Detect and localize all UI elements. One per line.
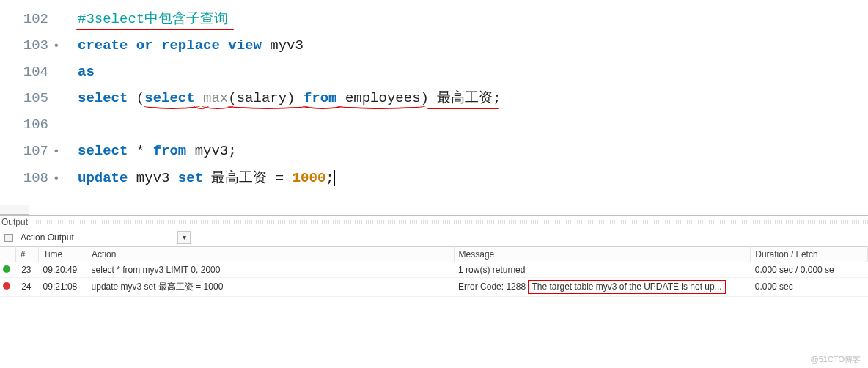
code-line[interactable]: 106	[0, 111, 868, 138]
watermark: @51CTO博客	[811, 354, 861, 365]
code-content[interactable]: select (select max(salary) from employee…	[66, 85, 501, 111]
code-line[interactable]: 105select (select max(salary) from emplo…	[0, 85, 868, 111]
error-highlight-box: The target table myv3 of the UPDATE is n…	[528, 280, 725, 294]
code-content[interactable]: update myv3 set 最高工资 = 1000;	[66, 165, 335, 191]
row-message: 1 row(s) returned	[454, 262, 751, 277]
row-time: 09:21:08	[39, 277, 87, 296]
line-number: 108	[0, 165, 53, 191]
code-content[interactable]: as	[66, 59, 95, 85]
status-ok-icon	[3, 265, 10, 273]
statement-marker-icon: •	[53, 141, 66, 163]
statement-marker-icon: •	[53, 35, 66, 57]
output-pane-icon	[3, 232, 15, 243]
code-content[interactable]: create or replace view myv3	[66, 32, 304, 59]
code-content[interactable]: #3select中包含子查询	[66, 6, 228, 32]
row-message: Error Code: 1288 The target table myv3 o…	[454, 277, 751, 296]
col-duration-header: Duration / Fetch	[751, 246, 868, 262]
panel-drag-handle[interactable]	[0, 205, 29, 215]
col-message-header: Message	[454, 246, 751, 262]
table-row[interactable]: 2309:20:49select * from myv3 LIMIT 0, 20…	[0, 262, 868, 277]
row-time: 09:20:49	[39, 262, 87, 277]
code-editor[interactable]: 102#3select中包含子查询103•create or replace v…	[0, 0, 868, 191]
output-mode-label: Action Output	[19, 232, 173, 243]
code-line[interactable]: 108•update myv3 set 最高工资 = 1000;	[0, 165, 868, 191]
output-grid[interactable]: # Time Action Message Duration / Fetch 2…	[0, 246, 868, 297]
output-toolbar: Action Output ▾	[0, 229, 868, 246]
statement-marker-icon: •	[53, 168, 66, 190]
line-number: 107	[0, 138, 53, 164]
row-action: select * from myv3 LIMIT 0, 2000	[87, 262, 455, 277]
output-panel-title: Output	[0, 216, 868, 229]
code-line[interactable]: 104as	[0, 59, 868, 85]
line-number: 103	[0, 32, 53, 59]
code-line[interactable]: 103•create or replace view myv3	[0, 32, 868, 59]
output-grid-header: # Time Action Message Duration / Fetch	[0, 246, 868, 262]
table-row[interactable]: 2409:21:08update myv3 set 最高工资 = 1000Err…	[0, 277, 868, 296]
col-status-header	[0, 246, 15, 262]
line-number: 102	[0, 6, 53, 32]
status-error-icon	[3, 282, 10, 290]
text-cursor	[334, 170, 335, 186]
row-action: update myv3 set 最高工资 = 1000	[87, 277, 455, 296]
row-duration: 0.000 sec / 0.000 se	[751, 262, 868, 277]
row-duration: 0.000 sec	[751, 277, 868, 296]
col-index-header: #	[15, 246, 38, 262]
code-content[interactable]: select * from myv3;	[66, 138, 237, 164]
row-index: 24	[15, 277, 38, 296]
code-line[interactable]: 107•select * from myv3;	[0, 138, 868, 164]
output-mode-dropdown[interactable]: ▾	[177, 231, 191, 244]
line-number: 106	[0, 111, 53, 138]
row-index: 23	[15, 262, 38, 277]
col-time-header: Time	[39, 246, 87, 262]
output-panel: Output Action Output ▾ # Time Action Mes…	[0, 215, 868, 297]
line-number: 104	[0, 59, 53, 85]
code-line[interactable]: 102#3select中包含子查询	[0, 6, 868, 32]
line-number: 105	[0, 85, 53, 111]
col-action-header: Action	[87, 246, 455, 262]
